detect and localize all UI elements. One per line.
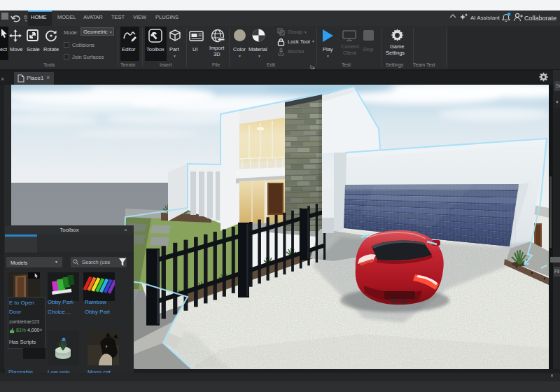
svg-text:Collaborate: Collaborate xyxy=(524,15,556,22)
svg-text:AI Assistant: AI Assistant xyxy=(470,15,500,21)
